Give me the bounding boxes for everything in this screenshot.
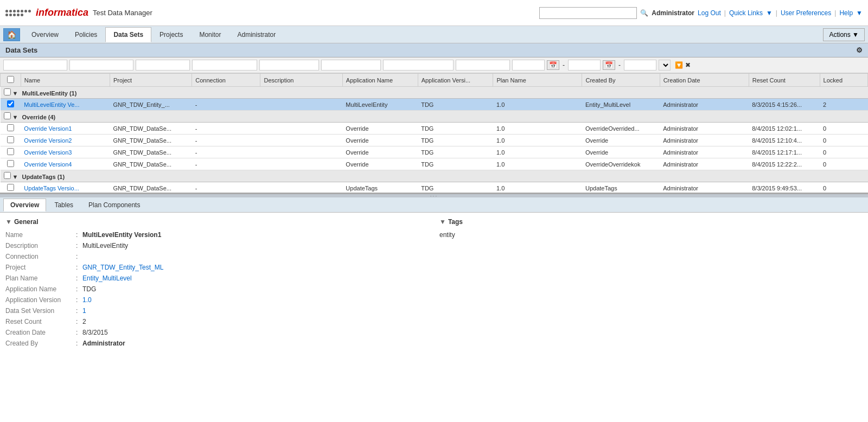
row-name-link[interactable]: Override Version4 (24, 161, 72, 168)
col-header-description[interactable]: Description (260, 74, 342, 87)
table-scroll[interactable]: Name Project Connection Description Appl… (0, 73, 868, 193)
col-header-createdby[interactable]: Created By (582, 74, 660, 87)
row-checkbox[interactable] (7, 100, 14, 107)
group-expand-multilevelentity[interactable]: ▼ (12, 90, 18, 97)
group-expand-override[interactable]: ▼ (12, 114, 18, 120)
filter-connection[interactable] (136, 60, 190, 71)
filter-createdby[interactable] (456, 60, 510, 71)
quick-links-chevron: ▼ (766, 9, 773, 17)
row-name-link[interactable]: UpdateTags Versio... (24, 185, 79, 191)
table-row[interactable]: UpdateTags Versio... GNR_TDW_DataSe... -… (1, 182, 868, 193)
select-all-checkbox[interactable] (7, 76, 14, 83)
group-expand-updatetags[interactable]: ▼ (12, 174, 18, 180)
row-checkbox[interactable] (7, 184, 14, 191)
col-header-project[interactable]: Project (110, 74, 192, 87)
help-link[interactable]: Help (839, 9, 853, 17)
field-value-planname[interactable]: Entity_MultiLevel (82, 274, 132, 282)
nav-projects[interactable]: Projects (151, 27, 191, 42)
home-button[interactable]: 🏠 (3, 28, 20, 41)
field-value-creationdate: 8/3/2015 (82, 329, 108, 336)
nav-administrator[interactable]: Administrator (229, 27, 284, 42)
filter-name[interactable] (3, 60, 67, 71)
field-value-name: MultiLevelEntity Version1 (82, 231, 161, 239)
nav-datasets[interactable]: Data Sets (105, 27, 151, 42)
field-value-description: MultiLevelEntity (82, 242, 128, 250)
row-name-link[interactable]: Override Version1 (24, 125, 72, 132)
group-checkbox-override[interactable] (4, 112, 11, 119)
field-description: Description : MultiLevelEntity (5, 242, 429, 250)
tags-collapse-icon[interactable]: ▼ (439, 218, 446, 226)
field-label-createdby: Created By (5, 340, 76, 347)
date-sep2: - (618, 61, 621, 69)
row-createdby: Administrator (660, 99, 749, 111)
general-title: General (14, 218, 39, 226)
general-collapse-icon[interactable]: ▼ (5, 218, 12, 226)
nav-overview[interactable]: Overview (23, 27, 67, 42)
table-row[interactable]: Override Version2 GNR_TDW_DataSe... - Ov… (1, 135, 868, 146)
logout-link[interactable]: Log Out (698, 9, 721, 17)
col-header-locked[interactable]: Locked (820, 74, 867, 87)
filter-icon[interactable]: 🔽 (675, 61, 683, 69)
row-planname2: Entity_MultiLevel (582, 99, 660, 111)
filter-creationdate[interactable] (512, 60, 545, 71)
calendar-icon2[interactable]: 📅 (603, 60, 615, 70)
search-input[interactable] (539, 7, 637, 19)
row-name-link[interactable]: Override Version3 (24, 149, 72, 156)
table-row[interactable]: MultiLevelEntity Ve... GNR_TDW_Entity_..… (1, 99, 868, 111)
field-label-name: Name (5, 231, 76, 239)
group-checkbox-updatetags[interactable] (4, 172, 11, 179)
settings-icon[interactable]: ⚙ (856, 46, 863, 54)
filter-resetcount[interactable] (624, 60, 656, 71)
tags-title: Tags (448, 218, 463, 226)
logo-area: informatica Test Data Manager (5, 7, 152, 18)
col-header-name[interactable]: Name (21, 74, 110, 87)
calendar-icon[interactable]: 📅 (547, 60, 559, 70)
field-value-datasetversion[interactable]: 1 (82, 307, 86, 315)
detail-panel: Overview Tables Plan Components ▼ Genera… (0, 197, 868, 365)
row-creationdate: 8/3/2015 4:15:26... (749, 99, 820, 111)
table-row[interactable]: Override Version1 GNR_TDW_DataSe... - Ov… (1, 123, 868, 135)
filter-project[interactable] (69, 60, 133, 71)
col-header-planname[interactable]: Plan Name (493, 74, 582, 87)
filter-creationdate2[interactable] (568, 60, 601, 71)
user-preferences-link[interactable]: User Preferences (781, 9, 831, 17)
col-header-resetcount[interactable]: Reset Count (749, 74, 820, 87)
logo-dots (5, 10, 31, 16)
field-value-project[interactable]: GNR_TDW_Entity_Test_ML (82, 264, 163, 271)
row-checkbox[interactable] (7, 148, 14, 155)
nav-monitor[interactable]: Monitor (191, 27, 229, 42)
clear-filter-icon[interactable]: ✖ (685, 61, 691, 69)
locked-select[interactable] (659, 60, 671, 71)
datasets-panel: Data Sets ⚙ 📅 - 📅 - 🔽 ✖ (0, 43, 868, 194)
filter-appname[interactable] (259, 60, 319, 71)
tab-plan-components[interactable]: Plan Components (81, 199, 147, 212)
col-header-appversion[interactable]: Application Versi... (418, 74, 493, 87)
filter-planname[interactable] (383, 60, 454, 71)
col-header-connection[interactable]: Connection (192, 74, 260, 87)
row-name-link[interactable]: MultiLevelEntity Ve... (24, 101, 79, 108)
tab-overview[interactable]: Overview (3, 199, 46, 212)
group-checkbox-multilevelentity[interactable] (4, 88, 11, 95)
search-icon[interactable]: 🔍 (640, 9, 648, 17)
nav-policies[interactable]: Policies (67, 27, 105, 42)
field-createdby: Created By : Administrator (5, 340, 429, 347)
date-sep: - (563, 61, 565, 69)
tab-tables[interactable]: Tables (47, 199, 80, 212)
quick-links-menu[interactable]: Quick Links (729, 9, 763, 17)
row-checkbox[interactable] (7, 124, 14, 131)
row-appname: MultiLevelEntity (342, 99, 418, 111)
filter-description[interactable] (192, 60, 257, 71)
col-header-creationdate[interactable]: Creation Date (660, 74, 749, 87)
field-appversion: Application Version : 1.0 (5, 296, 429, 304)
datasets-header: Data Sets ⚙ (0, 43, 868, 57)
row-checkbox[interactable] (7, 136, 14, 143)
field-value-appversion[interactable]: 1.0 (82, 296, 92, 304)
row-name-link[interactable]: Override Version2 (24, 137, 72, 144)
col-header-appname[interactable]: Application Name (342, 74, 418, 87)
actions-button[interactable]: Actions ▼ (823, 28, 865, 41)
table-row[interactable]: Override Version4 GNR_TDW_DataSe... - Ov… (1, 158, 868, 170)
row-checkbox[interactable] (7, 160, 14, 167)
field-planname: Plan Name : Entity_MultiLevel (5, 274, 429, 282)
filter-appversion[interactable] (321, 60, 381, 71)
table-row[interactable]: Override Version3 GNR_TDW_DataSe... - Ov… (1, 146, 868, 158)
